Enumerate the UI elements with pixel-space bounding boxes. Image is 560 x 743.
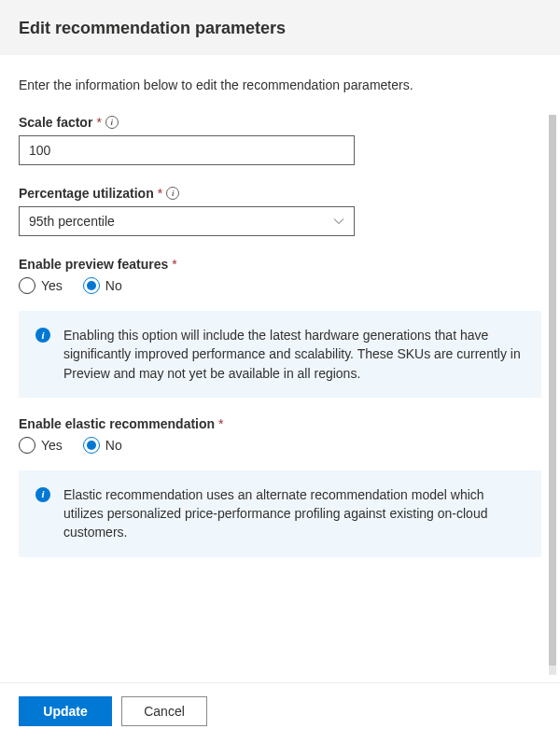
radio-icon — [19, 277, 35, 294]
cancel-button[interactable]: Cancel — [121, 696, 207, 726]
enable-preview-radios: Yes No — [19, 277, 541, 294]
elastic-info-panel: i Elastic recommendation uses an alterna… — [19, 470, 541, 557]
field-enable-elastic: Enable elastic recommendation * Yes No — [19, 416, 541, 454]
percentage-utilization-label: Percentage utilization * i — [19, 186, 541, 201]
enable-elastic-yes[interactable]: Yes — [19, 437, 63, 454]
radio-icon — [83, 277, 100, 294]
enable-preview-label: Enable preview features * — [19, 257, 541, 272]
panel-content: Enter the information below to edit the … — [0, 55, 560, 675]
required-indicator: * — [218, 416, 223, 431]
enable-preview-no[interactable]: No — [83, 277, 122, 294]
update-button[interactable]: Update — [19, 696, 112, 726]
enable-elastic-label: Enable elastic recommendation * — [19, 416, 541, 431]
info-icon[interactable]: i — [166, 187, 179, 200]
scale-factor-label: Scale factor * i — [19, 115, 541, 130]
info-icon: i — [35, 487, 50, 502]
enable-elastic-radios: Yes No — [19, 437, 541, 454]
preview-info-text: Enabling this option will include the la… — [63, 326, 525, 383]
required-indicator: * — [96, 115, 101, 130]
enable-elastic-no[interactable]: No — [83, 437, 122, 454]
field-percentage-utilization: Percentage utilization * i 95th percenti… — [19, 186, 541, 236]
panel-footer: Update Cancel — [0, 682, 560, 743]
required-indicator: * — [172, 257, 176, 272]
radio-icon — [19, 437, 35, 454]
info-icon: i — [35, 328, 50, 343]
intro-text: Enter the information below to edit the … — [19, 77, 541, 92]
elastic-info-text: Elastic recommendation uses an alternate… — [63, 485, 525, 542]
panel-title: Edit recommendation parameters — [19, 19, 286, 37]
preview-info-panel: i Enabling this option will include the … — [19, 311, 541, 398]
field-scale-factor: Scale factor * i — [19, 115, 541, 165]
required-indicator: * — [158, 186, 162, 201]
panel-header: Edit recommendation parameters — [0, 0, 560, 55]
percentage-utilization-select[interactable]: 95th percentile — [19, 206, 355, 236]
info-icon[interactable]: i — [105, 116, 119, 129]
scrollbar-thumb[interactable] — [549, 115, 556, 666]
enable-preview-yes[interactable]: Yes — [19, 277, 63, 294]
field-enable-preview: Enable preview features * Yes No — [19, 257, 541, 294]
chevron-down-icon — [333, 217, 344, 225]
radio-icon — [83, 437, 100, 454]
scale-factor-input[interactable] — [19, 135, 355, 165]
